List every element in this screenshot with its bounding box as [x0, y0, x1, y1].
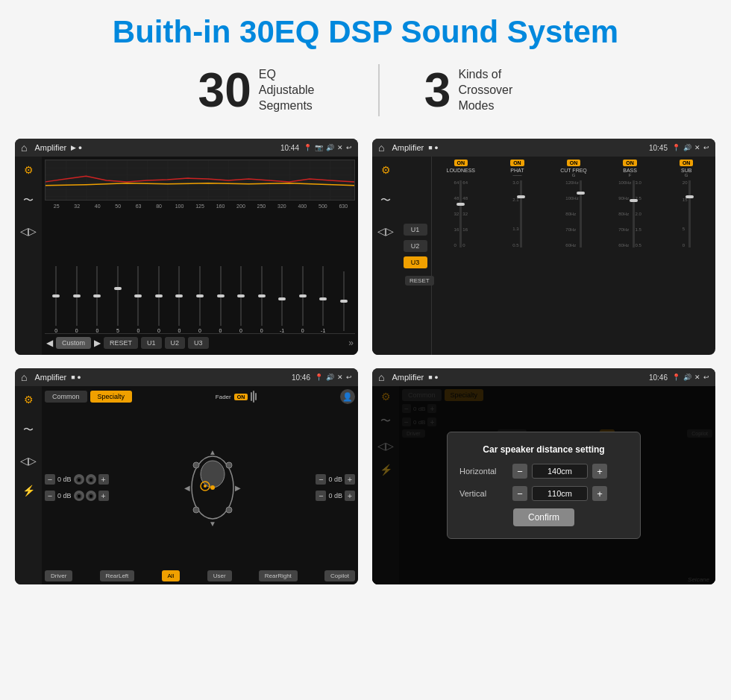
- status-bar-4: ⌂ Amplifier ■ ● 10:46 📍 🔊 ✕ ↩: [372, 368, 715, 386]
- vertical-row: Vertical − 110cm +: [459, 486, 628, 501]
- back-icon-2: ↩: [703, 144, 709, 151]
- gps-icon-4: 📍: [672, 373, 680, 381]
- user-icon[interactable]: 👤: [340, 389, 355, 404]
- stat-crossover-number: 3: [424, 66, 451, 114]
- u3-selector[interactable]: U3: [404, 256, 427, 268]
- horizontal-value[interactable]: 140cm: [532, 464, 588, 479]
- vertical-plus[interactable]: +: [592, 486, 607, 501]
- svg-rect-1: [46, 160, 354, 200]
- sub-label: SUB: [681, 168, 691, 173]
- spk-eq-icon[interactable]: ⚙: [21, 391, 37, 409]
- vol-icon[interactable]: ◁▷: [17, 222, 40, 240]
- time-3: 10:46: [292, 373, 310, 382]
- vertical-minus[interactable]: −: [512, 486, 527, 501]
- volume-icon-2: 🔊: [683, 144, 691, 151]
- status-icons-4: 📍 🔊 ✕ ↩: [672, 373, 709, 381]
- cross-reset-btn[interactable]: RESET: [405, 276, 434, 286]
- custom-btn[interactable]: Custom: [56, 337, 91, 349]
- svg-point-5: [204, 485, 207, 488]
- freq-25: 25: [46, 204, 66, 209]
- amplifier-title-2: Amplifier: [392, 143, 424, 152]
- svg-text:▶: ▶: [235, 484, 241, 492]
- back-icon-1: ↩: [346, 144, 352, 151]
- slider-2: 0: [67, 266, 87, 333]
- cross-selector: U1 U2 U3 RESET: [399, 157, 432, 355]
- specialty-tab[interactable]: Specialty: [90, 391, 133, 403]
- svg-point-10: [226, 507, 232, 513]
- spk-main: Common Specialty Fader ON 👤: [42, 386, 358, 584]
- svg-point-3: [201, 461, 225, 488]
- db-val-2: 0 dB: [57, 492, 72, 499]
- u3-btn[interactable]: U3: [188, 337, 209, 349]
- rearright-btn[interactable]: RearRight: [259, 570, 298, 581]
- freq-200: 200: [230, 204, 251, 209]
- stat-eq-number: 30: [198, 66, 251, 114]
- home-icon-4[interactable]: ⌂: [378, 371, 384, 383]
- sub-type: G: [685, 173, 688, 177]
- next-arrow[interactable]: ▶: [94, 338, 101, 348]
- slider-9: 0: [210, 266, 230, 333]
- rearleft-btn[interactable]: RearLeft: [100, 570, 135, 581]
- common-tab[interactable]: Common: [45, 391, 87, 403]
- u1-selector[interactable]: U1: [404, 224, 427, 236]
- freq-250: 250: [251, 204, 272, 209]
- record-icon-1: ▶ ●: [71, 144, 82, 151]
- copilot-btn[interactable]: Copilot: [324, 570, 355, 581]
- camera-icon-1: 📷: [315, 144, 323, 151]
- horizontal-minus[interactable]: −: [512, 464, 527, 479]
- status-bar-1: ⌂ Amplifier ▶ ● 10:44 📍 📷 🔊 ✕ ↩: [15, 139, 358, 157]
- close-icon-3: ✕: [337, 373, 343, 381]
- driver-btn[interactable]: Driver: [45, 570, 72, 581]
- db-val-3: 0 dB: [328, 476, 342, 483]
- vertical-label: Vertical: [459, 489, 508, 498]
- vertical-value[interactable]: 110cm: [532, 486, 588, 501]
- minus-btn-2[interactable]: −: [45, 491, 55, 501]
- amplifier-title-4: Amplifier: [392, 373, 424, 382]
- spk-bt-icon[interactable]: ⚡: [19, 482, 38, 499]
- fader-on-badge: ON: [234, 394, 248, 400]
- minus-btn-1[interactable]: −: [45, 474, 55, 485]
- reset-btn[interactable]: RESET: [104, 337, 138, 349]
- home-icon-3[interactable]: ⌂: [21, 371, 27, 383]
- home-icon-2[interactable]: ⌂: [378, 142, 384, 154]
- horizontal-plus[interactable]: +: [592, 464, 607, 479]
- freq-100: 100: [169, 204, 189, 209]
- u2-btn[interactable]: U2: [165, 337, 186, 349]
- confirm-button[interactable]: Confirm: [513, 508, 574, 526]
- spk-tabs: Common Specialty: [45, 391, 132, 403]
- expand-icon[interactable]: »: [348, 338, 354, 348]
- plus-btn-1[interactable]: +: [98, 474, 109, 485]
- phat-type: ——: [512, 173, 521, 177]
- svg-point-6: [210, 485, 215, 490]
- dialog-content: ⚙ 〜 ◁▷ ⚡ Common Specialty −: [372, 386, 715, 584]
- spk-vol-icon[interactable]: ◁▷: [17, 452, 40, 470]
- minus-btn-4[interactable]: −: [316, 491, 326, 501]
- cross-vol-icon[interactable]: ◁▷: [374, 222, 397, 240]
- eq-icon[interactable]: ⚙: [21, 161, 37, 179]
- freq-500: 500: [313, 204, 333, 209]
- wave-icon[interactable]: 〜: [20, 191, 37, 210]
- plus-btn-3[interactable]: +: [345, 474, 355, 485]
- cross-wave-icon[interactable]: 〜: [377, 191, 394, 210]
- record-icon-3: ■ ●: [71, 373, 81, 381]
- minus-btn-3[interactable]: −: [316, 474, 326, 485]
- cross-eq-icon[interactable]: ⚙: [378, 161, 394, 179]
- u2-selector[interactable]: U2: [404, 240, 427, 252]
- volume-icon-3: 🔊: [326, 373, 334, 381]
- user-btn[interactable]: User: [207, 570, 232, 581]
- spk-wave-icon[interactable]: 〜: [20, 420, 37, 440]
- eq-curve-svg: [46, 160, 354, 200]
- freq-32: 32: [66, 204, 87, 209]
- screen-crossover: ⌂ Amplifier ■ ● 10:45 📍 🔊 ✕ ↩ ⚙ 〜 ◁▷ U1 …: [372, 139, 715, 355]
- home-icon-1[interactable]: ⌂: [21, 142, 27, 154]
- svg-point-7: [193, 462, 199, 468]
- db-val-1: 0 dB: [57, 476, 72, 483]
- plus-btn-2[interactable]: +: [98, 491, 109, 501]
- prev-arrow[interactable]: ◀: [46, 338, 53, 348]
- distance-dialog: Car speaker distance setting Horizontal …: [447, 432, 641, 539]
- u1-btn[interactable]: U1: [141, 337, 162, 349]
- all-btn[interactable]: All: [162, 570, 181, 581]
- plus-btn-4[interactable]: +: [345, 491, 355, 501]
- back-icon-4: ↩: [703, 373, 709, 381]
- svg-point-8: [226, 462, 232, 468]
